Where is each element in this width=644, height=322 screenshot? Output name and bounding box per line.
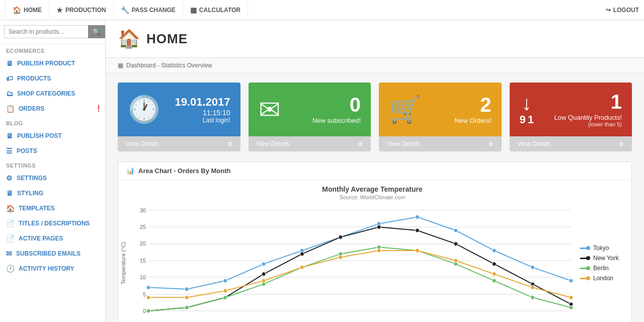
stat-card-lowqty: ↓ 9 1 1 Low Quantity Products! (lower th… <box>510 83 632 151</box>
stat-card-lowqty-body: ↓ 9 1 1 Low Quantity Products! (lower th… <box>510 83 632 136</box>
svg-point-47 <box>492 279 496 283</box>
nav-home[interactable]: 🏠 HOME <box>5 0 49 20</box>
chart-main-title: Monthly Average Temperature <box>118 185 626 193</box>
legend-item-london: London <box>580 275 626 282</box>
active-pages-label: ACTIVE PAGES <box>19 235 63 242</box>
down-arrow-icon: ↓ <box>522 93 532 113</box>
activity-history-label: ACTIVITY HISTORY <box>19 265 74 272</box>
search-button[interactable]: 🔍 <box>88 25 105 38</box>
svg-point-55 <box>339 255 343 259</box>
svg-point-14 <box>146 285 150 289</box>
sidebar-item-shop-categories[interactable]: 🗂 SHOP CATEGORIES <box>0 86 105 101</box>
svg-point-29 <box>262 272 266 276</box>
nav-production-label: PRODUCTION <box>65 7 106 14</box>
svg-text:25: 25 <box>140 224 146 230</box>
search-input[interactable] <box>4 25 88 38</box>
svg-point-40 <box>223 295 227 299</box>
nav-calculator[interactable]: ▦ CALCULATOR <box>183 0 248 20</box>
svg-point-22 <box>454 228 458 232</box>
svg-point-25 <box>569 279 573 283</box>
subscribed-emails-label: SUBSCRIBED EMAILS <box>16 250 80 257</box>
sidebar-item-templates[interactable]: 🏠 TEMPLATES <box>0 201 105 216</box>
svg-point-57 <box>416 249 420 253</box>
sidebar-item-subscribed-emails[interactable]: ✉ SUBSCRIBED EMAILS <box>0 246 105 261</box>
login-sub: Last login! <box>175 117 230 124</box>
nav-production[interactable]: ★ PRODUCTION <box>49 0 114 20</box>
logout-label: LOGOUT <box>613 7 639 14</box>
login-date: 19.01.2017 <box>175 96 230 109</box>
stat-card-orders-body: 🛒 2 New Orders! <box>379 83 502 136</box>
stat-cards: 🕐 19.01.2017 11:15:10 Last login! View D… <box>106 73 644 156</box>
chart-legend: TokyoNew YorkBerlinLondon <box>576 205 626 321</box>
stat-card-subscribed-footer[interactable]: View Details ⊕ <box>249 136 371 151</box>
templates-icon: 🏠 <box>6 204 15 212</box>
ecommerce-section-title: ECOMMERCE <box>0 44 105 56</box>
svg-point-51 <box>185 295 189 299</box>
login-footer-arrow: ⊕ <box>227 140 232 147</box>
lowqty-num1: 1 <box>528 113 534 126</box>
orders-label: ORDERS <box>19 105 44 112</box>
lowqty-label: Low Quantity Products! <box>554 114 622 121</box>
home-nav-icon: 🏠 <box>13 6 21 14</box>
sidebar-item-orders[interactable]: 📋 ORDERS ! <box>0 101 105 116</box>
svg-point-16 <box>223 279 227 283</box>
sidebar-item-products[interactable]: 🏷 PRODUCTS <box>0 71 105 86</box>
svg-point-59 <box>492 272 496 276</box>
login-time: 11:15:10 <box>175 109 230 117</box>
svg-point-33 <box>416 228 420 232</box>
sidebar-item-publish-product[interactable]: 🖥 PUBLISH PRODUCT <box>0 56 105 71</box>
svg-point-15 <box>185 287 189 291</box>
breadcrumb-text: Dashboard - Statistics Overview <box>126 62 212 69</box>
shop-categories-icon: 🗂 <box>6 90 13 98</box>
publish-post-label: PUBLISH POST <box>17 132 62 139</box>
nav-calculator-label: CALCULATOR <box>199 7 240 14</box>
stat-card-lowqty-footer[interactable]: View Details ⊕ <box>510 136 632 151</box>
sidebar-item-titles-descriptions[interactable]: 📄 TITLES / DESCRIPTIONS <box>0 216 105 231</box>
settings-section-title: SETTINGS <box>0 158 105 171</box>
logout-icon: ↪ <box>606 7 611 14</box>
nav-pass-change[interactable]: 🔧 PASS CHANGE <box>114 0 183 20</box>
sidebar-item-publish-post[interactable]: 🖥 PUBLISH POST <box>0 128 105 143</box>
sidebar-item-posts[interactable]: ☰ POSTS <box>0 143 105 158</box>
svg-point-60 <box>531 285 535 289</box>
active-pages-icon: 📄 <box>6 234 15 243</box>
svg-text:5: 5 <box>143 291 146 297</box>
sidebar-item-active-pages[interactable]: 📄 ACTIVE PAGES <box>0 231 105 246</box>
svg-point-35 <box>492 262 496 266</box>
posts-icon: ☰ <box>6 147 13 155</box>
stat-card-login: 🕐 19.01.2017 11:15:10 Last login! View D… <box>118 83 240 151</box>
svg-text:15: 15 <box>140 258 146 264</box>
logout-button[interactable]: ↪ LOGOUT <box>606 7 639 14</box>
blog-section-title: BLOG <box>0 116 105 128</box>
legend-item-berlin: Berlin <box>580 265 626 272</box>
titles-label: TITLES / DESCRIPTIONS <box>19 220 90 227</box>
orders-footer-label: View Details <box>387 140 420 147</box>
orders-info: 2 New Orders! <box>455 95 492 124</box>
orders-badge: ! <box>97 104 100 114</box>
top-nav: 🏠 HOME ★ PRODUCTION 🔧 PASS CHANGE ▦ CALC… <box>0 0 644 20</box>
sidebar-item-styling[interactable]: 🖥 STYLING <box>0 186 105 201</box>
svg-point-38 <box>146 309 150 313</box>
login-footer-label: View Details <box>126 140 159 147</box>
lowqty-count: 1 <box>554 92 622 112</box>
chart-header: 📊 Area Chart - Orders By Month <box>118 162 631 180</box>
subscribed-footer-label: View Details <box>257 140 290 147</box>
sidebar-item-activity-history[interactable]: 🕐 ACTIVITY HISTORY <box>0 261 105 276</box>
chart-y-label: Temperature (°C) <box>120 242 126 284</box>
subscribed-count: 0 <box>312 95 361 115</box>
legend-item-new york: New York <box>580 255 626 262</box>
svg-point-24 <box>531 265 535 269</box>
chart-icon: 📊 <box>126 167 134 175</box>
svg-point-17 <box>262 262 266 266</box>
chart-body: Monthly Average Temperature Source: Worl… <box>118 180 631 322</box>
products-label: PRODUCTS <box>17 75 51 82</box>
lowqty-sublabel: (lower than 5) <box>554 121 622 127</box>
styling-icon: 🖥 <box>6 189 13 197</box>
sidebar-item-settings[interactable]: ⚙ SETTINGS <box>0 171 105 186</box>
svg-text:20: 20 <box>140 240 146 247</box>
svg-point-56 <box>377 249 381 253</box>
svg-point-58 <box>454 259 458 263</box>
stat-card-login-footer[interactable]: View Details ⊕ <box>118 136 240 151</box>
svg-text:0: 0 <box>143 308 146 314</box>
stat-card-orders-footer[interactable]: View Details ⊕ <box>379 136 502 151</box>
